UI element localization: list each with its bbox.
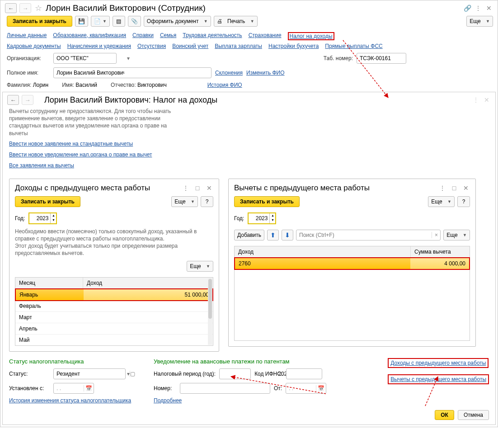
win2-forward-button[interactable]: → xyxy=(22,95,33,105)
patent-more-link[interactable]: Подробнее xyxy=(154,397,334,404)
pr-close-icon[interactable]: ✕ xyxy=(462,184,470,192)
tab-family[interactable]: Семья xyxy=(160,32,176,40)
history-fio-link[interactable]: История ФИО xyxy=(207,82,242,88)
num-input[interactable] xyxy=(180,383,254,393)
tabnum-input[interactable] xyxy=(357,53,430,63)
tab-accruals[interactable]: Начисления и удержания xyxy=(67,43,131,49)
pr-help-button[interactable]: ? xyxy=(457,196,470,207)
doc-icon-button[interactable]: ▤ xyxy=(113,16,125,27)
pl-save-close-button[interactable]: Записать и закрыть xyxy=(15,196,80,207)
tab-accounting[interactable]: Настройки бухучета xyxy=(268,43,319,49)
tab-fss[interactable]: Прямые выплаты ФСС xyxy=(325,43,382,49)
pr-move-up-button[interactable]: ⬆ xyxy=(267,230,279,241)
pr-add-button[interactable]: Добавить xyxy=(234,230,264,241)
copy-icon: 📄 xyxy=(94,18,101,24)
win2-back-button[interactable]: ← xyxy=(7,95,19,105)
ifns-input[interactable] xyxy=(287,369,360,379)
tab-refs[interactable]: Справки xyxy=(132,32,154,40)
nav-back-button[interactable]: ← xyxy=(5,3,17,13)
table-row[interactable]: Апрель xyxy=(15,323,213,335)
prev-deductions-link[interactable]: Вычеты с предыдущего места работы xyxy=(390,376,486,382)
num-label: Номер: xyxy=(154,385,176,391)
ok-button[interactable]: ОК xyxy=(435,410,454,420)
pr-more-icon[interactable]: ⋮ xyxy=(438,184,446,192)
tab-education[interactable]: Образование, квалификация xyxy=(53,32,126,40)
tab-tax-income[interactable]: Налог на доходы xyxy=(290,33,333,39)
save-close-button[interactable]: Записать и закрыть xyxy=(7,16,72,27)
save-button[interactable]: 💾 xyxy=(75,16,88,27)
pr-save-close-button[interactable]: Записать и закрыть xyxy=(234,196,300,207)
lastname-value: Лорин xyxy=(33,82,49,88)
tab-insurance[interactable]: Страхование xyxy=(249,32,282,40)
new-notification-link[interactable]: Ввести новое уведомление нал.органа о пр… xyxy=(9,151,489,158)
tab-military[interactable]: Воинский учет xyxy=(172,43,208,49)
pl-col-month: Месяц xyxy=(15,278,83,288)
patent-heading: Уведомление на авансовые платежи по пате… xyxy=(154,358,334,365)
pl-maximize-icon[interactable]: □ xyxy=(193,184,202,192)
pr-year-down[interactable]: ▼ xyxy=(270,218,275,222)
org-select-icon[interactable]: ▾ xyxy=(127,55,130,61)
org-label: Организация: xyxy=(7,55,50,61)
print-menu[interactable]: 🖨 Печать ▼ xyxy=(214,16,258,27)
status-open-icon[interactable]: ▢ xyxy=(130,371,135,377)
copy-dropdown[interactable]: 📄▼ xyxy=(91,16,110,27)
pr-grid-more-button[interactable]: Еще ▼ xyxy=(443,230,470,241)
win2-title: Лорин Василий Викторович: Налог на доход… xyxy=(44,95,217,105)
table-row[interactable]: Январь 51 000,00 xyxy=(15,288,213,301)
more-menu-icon[interactable]: ⋮ xyxy=(474,5,482,12)
pr-maximize-icon[interactable]: □ xyxy=(450,184,458,192)
tab-hr-docs[interactable]: Кадровые документы xyxy=(7,43,61,49)
table-row[interactable]: Май xyxy=(15,335,213,345)
nav-forward-button[interactable]: → xyxy=(19,3,31,13)
pr-more-button[interactable]: Еще ▼ xyxy=(428,196,455,207)
setdate-value[interactable]: . . xyxy=(54,385,84,391)
tab-salary-pay[interactable]: Выплата зарплаты xyxy=(215,43,262,49)
close-icon[interactable]: ✕ xyxy=(485,5,493,12)
midname-value: Викторович xyxy=(137,82,167,88)
link-icon[interactable]: 🔗 xyxy=(463,5,471,12)
change-fio-link[interactable]: Изменить ФИО xyxy=(246,70,285,76)
status-history-link[interactable]: История изменения статуса налогоплательщ… xyxy=(9,397,145,404)
pl-scrollbar[interactable] xyxy=(208,278,212,345)
pl-year-input[interactable] xyxy=(29,213,50,223)
table-row[interactable]: Март xyxy=(15,312,213,323)
pl-year-down[interactable]: ▼ xyxy=(51,218,56,222)
from-calendar-icon[interactable]: 📅 xyxy=(316,385,326,391)
prev-deductions-title: Вычеты с предыдущего места работы xyxy=(234,184,370,193)
tab-personal[interactable]: Личные данные xyxy=(7,32,47,40)
tabnum-label: Таб. номер: xyxy=(324,55,353,61)
fullname-input[interactable] xyxy=(54,68,127,78)
pr-year-up[interactable]: ▲ xyxy=(270,213,275,218)
pr-year-input[interactable] xyxy=(249,213,269,223)
pl-more-icon[interactable]: ⋮ xyxy=(182,184,190,192)
prev-income-link[interactable]: Доходы с предыдущего места работы xyxy=(390,360,486,366)
status-input[interactable] xyxy=(54,369,127,379)
win2-close-icon[interactable]: ✕ xyxy=(483,96,491,104)
firstname-value: Василий xyxy=(75,82,97,88)
attach-button[interactable]: 📎 xyxy=(128,16,141,27)
pr-search-input[interactable] xyxy=(296,232,432,238)
tab-absence[interactable]: Отсутствия xyxy=(137,43,166,49)
cancel-button[interactable]: Отмена xyxy=(458,410,489,420)
pl-close-icon[interactable]: ✕ xyxy=(205,184,213,192)
favorite-star-icon[interactable]: ☆ xyxy=(34,4,43,13)
pr-search-clear-icon[interactable]: × xyxy=(432,232,440,238)
new-standard-deduction-link[interactable]: Ввести новое заявление на стандартные вы… xyxy=(9,141,489,147)
pl-year-up[interactable]: ▲ xyxy=(51,213,56,218)
calendar-icon[interactable]: 📅 xyxy=(84,385,94,391)
table-row[interactable]: Февраль xyxy=(15,301,213,312)
create-document-menu[interactable]: Оформить документ ▼ xyxy=(144,16,211,27)
pl-help-button[interactable]: ? xyxy=(201,196,213,207)
more-menu-button[interactable]: Еще ▼ xyxy=(466,16,493,27)
win2-more-icon[interactable]: ⋮ xyxy=(472,96,480,104)
from-value[interactable]: . . xyxy=(286,385,316,391)
org-input[interactable] xyxy=(54,53,127,63)
pr-move-down-button[interactable]: ⬇ xyxy=(282,230,293,241)
tab-work[interactable]: Трудовая деятельность xyxy=(183,32,242,40)
pl-more-button[interactable]: Еще ▼ xyxy=(171,196,198,207)
table-row[interactable]: 2760 4 000,00 xyxy=(234,257,470,270)
pl-grid-more-button[interactable]: Еще ▼ xyxy=(187,261,213,272)
all-deduction-requests-link[interactable]: Все заявления на вычеты xyxy=(9,162,489,169)
declension-link[interactable]: Склонения xyxy=(215,70,243,76)
paperclip-icon: 📎 xyxy=(131,18,138,24)
